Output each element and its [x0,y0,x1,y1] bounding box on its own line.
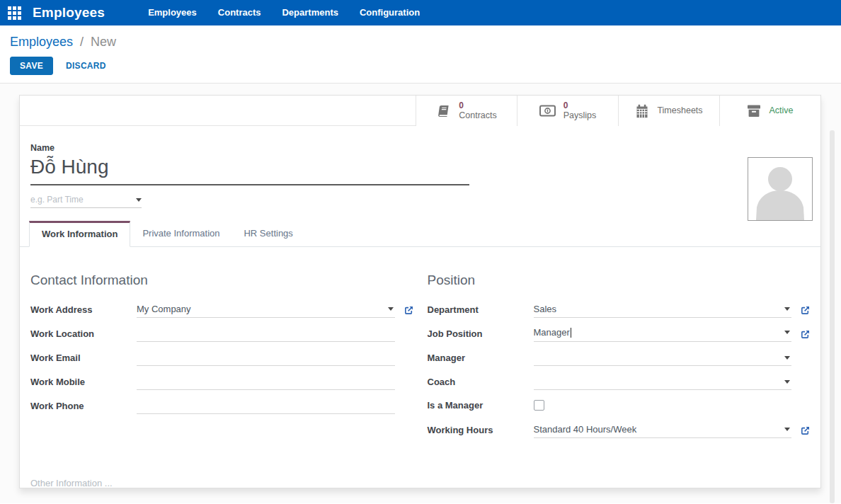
chevron-down-icon[interactable] [136,198,142,202]
field-is-a-manager: Is a Manager [428,396,811,414]
breadcrumb-current: New [91,35,116,49]
chevron-down-icon[interactable] [784,356,790,360]
money-bill-icon [539,105,556,117]
breadcrumb: Employees / New [10,34,831,50]
chevron-down-icon[interactable] [784,428,790,431]
field-department: Department Sales [428,299,811,318]
position-heading: Position [428,273,811,288]
position-group: Position Department Sales [428,273,811,444]
content-area: 0 Contracts 0 Payslips [0,84,841,503]
payslips-count: 0 [563,101,597,110]
sheet-header: 0 Contracts 0 Payslips [20,96,820,126]
name-input[interactable]: Đỗ Hùng [30,154,469,185]
external-link-icon[interactable] [801,306,810,315]
external-link-icon[interactable] [801,330,810,339]
menu-item-configuration[interactable]: Configuration [349,0,430,25]
form-columns: Contact Information Work Address My Comp… [20,247,820,444]
field-working-hours: Working Hours Standard 40 Hours/Week [428,420,811,438]
external-link-icon[interactable] [404,306,413,315]
save-button[interactable]: SAVE [10,57,53,75]
work-phone-input[interactable] [137,399,395,414]
work-mobile-input[interactable] [137,375,395,390]
external-link-icon[interactable] [801,426,810,435]
control-panel: Employees / New SAVE DISCARD [0,25,841,84]
notebook-tabs: Work Information Private Information HR … [20,221,820,247]
job-position-input[interactable]: Manager [534,324,792,342]
tags-input[interactable]: e.g. Part Time [30,195,142,208]
tags-placeholder: e.g. Part Time [30,195,84,205]
calendar-icon [635,104,649,118]
working-hours-input[interactable]: Standard 40 Hours/Week [534,423,792,438]
tab-hr-settings[interactable]: HR Settings [231,221,304,247]
stat-button-payslips[interactable]: 0 Payslips [517,96,618,126]
payslips-label: Payslips [563,110,597,121]
tab-private-information[interactable]: Private Information [130,221,231,247]
is-a-manager-checkbox[interactable] [534,400,544,411]
menu-item-departments[interactable]: Departments [271,0,348,25]
contracts-count: 0 [459,101,497,110]
stat-button-active[interactable]: Active [719,96,820,126]
field-work-location: Work Location [30,323,413,342]
work-address-input[interactable]: My Company [137,302,395,318]
field-manager: Manager [428,348,811,366]
stat-button-box: 0 Contracts 0 Payslips [416,96,820,126]
active-label: Active [769,105,793,116]
manager-input[interactable] [534,351,792,366]
work-email-input[interactable] [137,351,395,366]
app-brand-title[interactable]: Employees [33,5,105,21]
field-work-email: Work Email [30,348,413,366]
vertical-scrollbar[interactable] [830,130,835,503]
menu-item-employees[interactable]: Employees [137,0,207,25]
field-work-address: Work Address My Company [30,299,413,318]
apps-grid-icon [8,6,21,20]
stat-button-timesheets[interactable]: Timesheets [618,96,719,126]
form-sheet: 0 Contracts 0 Payslips [19,95,821,488]
contracts-label: Contracts [459,110,497,121]
menu-item-contracts[interactable]: Contracts [207,0,272,25]
breadcrumb-separator: / [80,35,84,49]
control-panel-buttons: SAVE DISCARD [10,57,831,75]
work-location-input[interactable] [137,327,395,342]
employee-photo-placeholder[interactable] [748,157,813,221]
person-silhouette-icon [748,159,812,220]
chevron-down-icon[interactable] [784,380,790,384]
chevron-down-icon[interactable] [784,307,790,311]
book-icon [435,104,452,118]
top-navbar: Employees Employees Contracts Department… [0,0,841,25]
main-menu: Employees Contracts Departments Configur… [137,0,430,25]
title-block: Name Đỗ Hùng e.g. Part Time Work Informa… [20,126,820,247]
stat-button-contracts[interactable]: 0 Contracts [416,96,517,126]
tab-work-information[interactable]: Work Information [29,221,130,247]
contact-information-heading: Contact Information [30,273,413,288]
other-information-textarea[interactable]: Other Information ... [30,468,810,504]
chevron-down-icon[interactable] [784,331,790,334]
field-work-mobile: Work Mobile [30,372,413,390]
breadcrumb-employees-link[interactable]: Employees [10,35,73,49]
field-job-position: Job Position Manager [428,323,811,342]
archive-box-icon [747,104,761,118]
text-cursor [571,328,571,338]
timesheets-label: Timesheets [657,105,702,116]
contact-information-group: Contact Information Work Address My Comp… [30,273,413,444]
name-field-label: Name [30,143,810,153]
department-input[interactable]: Sales [534,302,792,318]
coach-input[interactable] [534,375,792,390]
app-switcher-button[interactable] [0,0,28,25]
chevron-down-icon[interactable] [388,307,394,311]
other-information-placeholder: Other Information ... [30,468,810,488]
discard-button[interactable]: DISCARD [66,61,106,71]
field-coach: Coach [428,372,811,390]
field-work-phone: Work Phone [30,396,413,414]
